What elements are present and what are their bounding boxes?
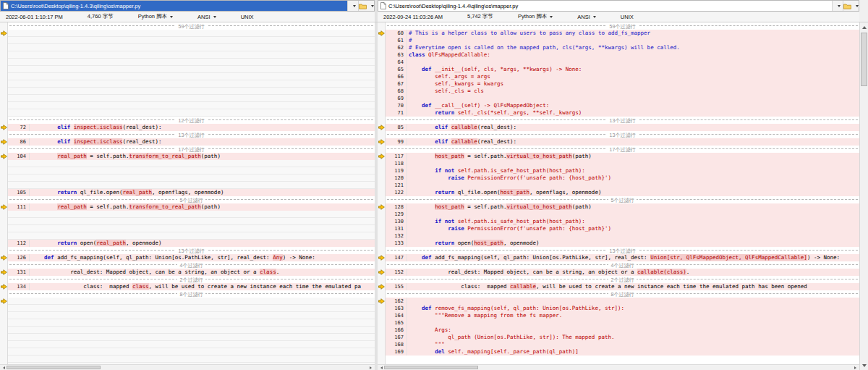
marker-margin — [378, 175, 386, 182]
code-line[interactable]: 67 self._kwargs = kwargs — [378, 80, 859, 88]
filtered-lines-separator[interactable]: 13个过滤行 — [0, 247, 375, 254]
code-line[interactable]: 147 def add_fs_mapping(self, ql_path: Un… — [378, 254, 859, 261]
vscroll-track[interactable] — [860, 31, 868, 361]
code-line[interactable]: 69 — [378, 95, 859, 102]
code-line[interactable]: 86 elif inspect.isclass(real_dest): — [0, 138, 375, 146]
code-line[interactable]: 121 — [378, 182, 859, 189]
code-text: return open(real_path, openmode) — [30, 240, 375, 247]
filtered-lines-separator[interactable]: 13个过滤行 — [378, 131, 859, 138]
right-hscroll-thumb[interactable] — [384, 366, 478, 369]
scroll-right-button[interactable] — [853, 365, 859, 370]
filtered-lines-separator[interactable]: 8个过滤行 — [378, 290, 859, 298]
code-line[interactable]: 68 self._cls = cls — [378, 88, 859, 95]
code-line[interactable]: 70 def __call__(self) -> QlFsMappedObjec… — [378, 102, 859, 109]
left-file-type-dropdown[interactable]: Python 脚本 — [138, 13, 173, 20]
right-code-view[interactable]: 59个过滤行60# This is a helper class to allo… — [378, 22, 859, 364]
filtered-lines-separator[interactable]: 8个过滤行 — [0, 290, 375, 298]
left-file-header[interactable]: C:\Users\root\Desktop\qiling-1.4.3\qilin… — [0, 0, 375, 12]
scroll-up-button[interactable] — [860, 22, 868, 31]
code-line[interactable]: 64 — [378, 59, 859, 66]
filtered-lines-separator[interactable]: 59个过滤行 — [0, 22, 375, 30]
scroll-left-button[interactable] — [0, 365, 7, 370]
code-line[interactable]: 112 return open(real_path, openmode) — [0, 240, 375, 247]
filtered-lines-separator[interactable]: 13个过滤行 — [378, 117, 859, 124]
left-header-menu-button[interactable] — [347, 1, 358, 11]
filtered-lines-separator[interactable]: 59个过滤行 — [378, 22, 859, 30]
right-file-header[interactable]: C:\Users\root\Desktop\qiling-1.4.4\qilin… — [378, 0, 859, 12]
code-line[interactable]: 162 — [378, 298, 859, 305]
code-line[interactable]: 65 def __init__(self, cls, *args, **kwar… — [378, 66, 859, 73]
left-hscroll-thumb[interactable] — [7, 366, 101, 369]
code-line[interactable]: 128 host_path = self.path.virtual_to_hos… — [378, 203, 859, 211]
code-line[interactable]: 129 — [378, 211, 859, 218]
code-line[interactable]: 168 """ — [378, 341, 859, 348]
code-line[interactable]: 119 if not self.path.is_safe_host_path(h… — [378, 167, 859, 175]
filtered-lines-separator[interactable]: 4个过滤行 — [378, 261, 859, 269]
vscroll-thumb[interactable] — [861, 33, 867, 86]
left-horizontal-scrollbar[interactable] — [0, 364, 375, 370]
filtered-lines-separator[interactable]: 13个过滤行 — [0, 131, 375, 138]
code-line[interactable]: 155 class: mapped callable, will be used… — [378, 283, 859, 290]
code-line[interactable]: 62# Everytime open is called on the mapp… — [378, 44, 859, 51]
code-line[interactable]: 131 raise PermissionError(f'unsafe path:… — [378, 225, 859, 232]
right-hscroll-track[interactable] — [384, 365, 853, 370]
code-line[interactable]: 132 — [378, 232, 859, 240]
scroll-right-button[interactable] — [368, 365, 375, 370]
left-file-path-bar[interactable]: C:\Users\root\Desktop\qiling-1.4.3\qilin… — [1, 1, 347, 11]
right-file-path-bar[interactable]: C:\Users\root\Desktop\qiling-1.4.4\qilin… — [378, 1, 832, 11]
code-line[interactable]: 99 elif callable(real_dest): — [378, 138, 859, 146]
filtered-lines-separator[interactable]: 12个过滤行 — [0, 117, 375, 124]
code-line[interactable]: 131 real_dest: Mapped object, can be a s… — [0, 269, 375, 276]
line-number: 118 — [386, 160, 407, 167]
filtered-lines-separator[interactable]: 17个过滤行 — [0, 146, 375, 153]
left-browse-button[interactable] — [358, 1, 374, 11]
code-line[interactable]: 152 real_dest: Mapped object, can be a s… — [378, 269, 859, 276]
scroll-down-button[interactable] — [860, 361, 868, 370]
code-line[interactable]: 118 — [378, 160, 859, 167]
left-encoding-dropdown[interactable]: ANSI — [197, 14, 216, 20]
code-line[interactable]: 122 return ql_file.open(host_path, openf… — [378, 189, 859, 196]
code-text: return ql_file.open(host_path, openflags… — [407, 189, 859, 196]
right-file-type-dropdown[interactable]: Python 脚本 — [518, 13, 553, 20]
code-line[interactable]: 126 def add_fs_mapping(self, ql_path: Un… — [0, 254, 375, 261]
filtered-lines-separator[interactable]: 17个过滤行 — [378, 146, 859, 153]
filtered-lines-separator[interactable]: 2个过滤行 — [0, 276, 375, 283]
right-browse-button[interactable] — [843, 1, 859, 11]
scroll-left-button[interactable] — [378, 365, 384, 370]
right-encoding-dropdown[interactable]: ANSI — [577, 14, 596, 20]
code-line[interactable]: 60# This is a helper class to allow user… — [378, 30, 859, 37]
code-line[interactable]: 163 def remove_fs_mapping(self, ql_path:… — [378, 305, 859, 312]
code-text: return ql_file.open(real_path, openflags… — [30, 189, 375, 196]
filtered-lines-separator[interactable]: 5个过滤行 — [0, 196, 375, 203]
code-line[interactable]: 167 ql_path (Union[os.PathLike, str]): T… — [378, 334, 859, 341]
filtered-lines-separator[interactable]: 13个过滤行 — [378, 247, 859, 254]
left-code-view[interactable]: 59个过滤行12个过滤行72 elif inspect.isclass(real… — [0, 22, 375, 364]
code-line[interactable]: 169 del self._mapping[self._parse_path(q… — [378, 348, 859, 356]
code-line[interactable]: 120 raise PermissionError(f'unsafe path:… — [378, 175, 859, 182]
filtered-lines-separator[interactable]: 4个过滤行 — [0, 261, 375, 269]
code-line[interactable]: 105 return ql_file.open(real_path, openf… — [0, 189, 375, 196]
code-line[interactable]: 164 """Remove a mapping from the fs mapp… — [378, 312, 859, 319]
code-line[interactable]: 71 return self._cls(*self._args, **self.… — [378, 109, 859, 117]
code-line[interactable]: 166 Args: — [378, 327, 859, 334]
filtered-lines-separator[interactable]: 2个过滤行 — [378, 276, 859, 283]
code-line[interactable]: 133 return open(host_path, openmode) — [378, 240, 859, 247]
filtered-lines-separator[interactable]: 5个过滤行 — [378, 196, 859, 203]
code-line[interactable]: 111 real_path = self.path.transform_to_r… — [0, 203, 375, 211]
code-line[interactable]: 104 real_path = self.path.transform_to_r… — [0, 153, 375, 160]
code-line[interactable]: 130 if not self.path.is_safe_host_path(h… — [378, 218, 859, 225]
code-text: real_dest: Mapped object, can be a strin… — [407, 269, 859, 276]
code-line[interactable]: 61# — [378, 37, 859, 44]
code-line[interactable]: 85 elif callable(real_dest): — [378, 124, 859, 131]
right-horizontal-scrollbar[interactable] — [378, 364, 859, 370]
code-line[interactable]: 63class QlFsMappedCallable: — [378, 51, 859, 59]
code-line[interactable]: 134 class: mapped class, will be used to… — [0, 283, 375, 290]
marker-margin — [378, 247, 386, 254]
code-line[interactable]: 117 host_path = self.path.virtual_to_hos… — [378, 153, 859, 160]
code-line[interactable]: 72 elif inspect.isclass(real_dest): — [0, 124, 375, 131]
code-line[interactable]: 66 self._args = args — [378, 73, 859, 80]
code-line[interactable]: 165 — [378, 319, 859, 327]
left-hscroll-track[interactable] — [7, 365, 368, 370]
vertical-scrollbar[interactable] — [859, 22, 868, 370]
right-header-menu-button[interactable] — [832, 1, 843, 11]
